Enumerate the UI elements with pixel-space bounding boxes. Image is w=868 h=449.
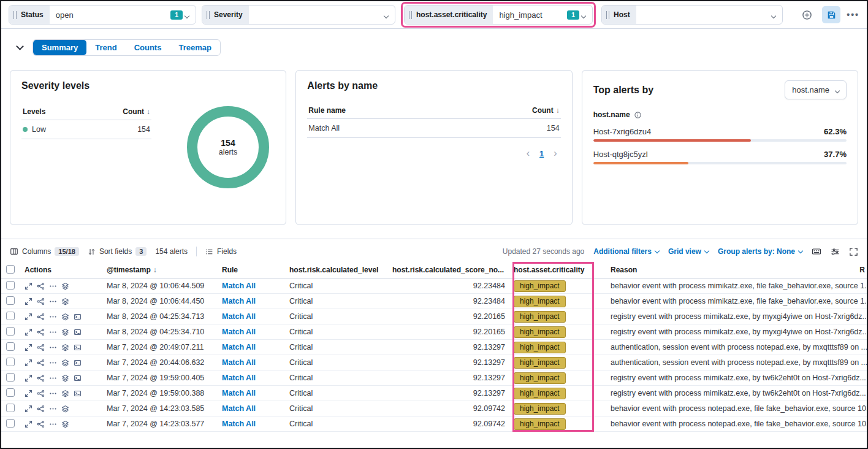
expand-alert-icon[interactable]	[25, 405, 32, 413]
analyze-event-icon[interactable]	[37, 390, 45, 397]
investigate-in-timeline-icon[interactable]	[61, 420, 69, 428]
rule-link[interactable]: Match All	[222, 358, 289, 367]
top-alert-bar-row[interactable]: Host-7xrig6dzu4 62.3%	[593, 127, 847, 142]
more-actions-icon[interactable]	[49, 405, 57, 413]
expand-alert-icon[interactable]	[25, 297, 32, 305]
chevron-down-icon[interactable]	[582, 9, 585, 20]
investigate-in-timeline-icon[interactable]	[61, 343, 69, 351]
more-actions-icon[interactable]	[49, 313, 57, 321]
rule-link[interactable]: Match All	[222, 404, 289, 413]
columns-button[interactable]: Columns 15/18	[10, 247, 79, 256]
more-actions-icon[interactable]	[49, 328, 57, 336]
investigate-in-timeline-icon[interactable]	[61, 405, 69, 413]
analyze-event-icon[interactable]	[37, 420, 45, 428]
row-checkbox[interactable]	[6, 342, 15, 351]
add-filter-button[interactable]	[798, 6, 816, 23]
open-session-view-icon[interactable]	[74, 374, 82, 382]
drag-handle-icon[interactable]	[409, 11, 412, 19]
more-options-button[interactable]: •••	[847, 10, 859, 20]
analyze-event-icon[interactable]	[37, 282, 45, 290]
row-checkbox[interactable]	[6, 312, 15, 320]
reason-cell[interactable]: behavior event with process notepad.exe,…	[611, 420, 867, 428]
investigate-in-timeline-icon[interactable]	[61, 328, 69, 336]
investigate-in-timeline-icon[interactable]	[61, 374, 69, 382]
expand-alert-icon[interactable]	[25, 313, 32, 321]
keyboard-shortcuts-button[interactable]	[812, 247, 821, 256]
analyze-event-icon[interactable]	[37, 313, 45, 321]
collapse-summary-chevron-icon[interactable]	[16, 42, 24, 50]
row-checkbox[interactable]	[6, 296, 15, 305]
more-actions-icon[interactable]	[49, 282, 57, 290]
reason-cell[interactable]: registry event with process mimikatz.exe…	[611, 389, 867, 397]
more-actions-icon[interactable]	[49, 297, 57, 305]
rule-link[interactable]: Match All	[222, 420, 289, 428]
fields-button[interactable]: Fields	[205, 247, 237, 256]
select-all-checkbox[interactable]	[6, 265, 15, 274]
chevron-down-icon[interactable]	[772, 9, 775, 20]
expand-alert-icon[interactable]	[25, 343, 32, 351]
tab-counts[interactable]: Counts	[126, 40, 170, 55]
top-alert-bar-row[interactable]: Host-qtg8jc5yzl 37.7%	[593, 150, 847, 164]
row-checkbox[interactable]	[6, 404, 15, 412]
sort-fields-button[interactable]: Sort fields 3	[88, 247, 147, 256]
row-checkbox[interactable]	[6, 373, 15, 382]
column-header-count[interactable]: Count↓	[532, 106, 560, 115]
drag-handle-icon[interactable]	[606, 11, 609, 19]
more-actions-icon[interactable]	[49, 420, 57, 428]
expand-alert-icon[interactable]	[25, 328, 32, 336]
rule-link[interactable]: Match All	[222, 374, 289, 382]
filter-pill-severity[interactable]: Severity	[202, 5, 395, 25]
expand-alert-icon[interactable]	[25, 420, 32, 428]
investigate-in-timeline-icon[interactable]	[61, 297, 69, 305]
rule-link[interactable]: Match All	[222, 389, 289, 397]
investigate-in-timeline-icon[interactable]	[61, 282, 69, 290]
more-actions-icon[interactable]	[49, 359, 57, 367]
more-actions-icon[interactable]	[49, 343, 57, 351]
reason-cell[interactable]: behavior event with process mimikatz.exe…	[611, 282, 867, 290]
reason-cell[interactable]: behavior event with process mimikatz.exe…	[611, 297, 867, 305]
row-checkbox[interactable]	[6, 358, 15, 366]
open-session-view-icon[interactable]	[74, 343, 82, 351]
expand-alert-icon[interactable]	[25, 374, 32, 382]
more-actions-icon[interactable]	[49, 390, 57, 397]
rule-link[interactable]: Match All	[222, 282, 289, 290]
tab-summary[interactable]: Summary	[33, 40, 86, 55]
save-query-button[interactable]	[822, 6, 840, 23]
drag-handle-icon[interactable]	[13, 11, 17, 19]
filter-pill-status[interactable]: Status open 1	[9, 5, 196, 25]
header-rule[interactable]: Rule	[222, 266, 289, 274]
drag-handle-icon[interactable]	[207, 11, 210, 19]
analyze-event-icon[interactable]	[37, 405, 45, 413]
expand-alert-icon[interactable]	[25, 282, 32, 290]
investigate-in-timeline-icon[interactable]	[61, 390, 69, 397]
rule-link[interactable]: Match All	[222, 297, 289, 305]
grid-settings-button[interactable]	[831, 247, 840, 256]
info-icon[interactable]	[634, 111, 642, 119]
rule-link[interactable]: Match All	[222, 328, 289, 336]
reason-cell[interactable]: registry event with process mimikatz.exe…	[611, 374, 867, 382]
fullscreen-button[interactable]	[849, 247, 858, 256]
header-criticality[interactable]: host.asset.criticality	[514, 266, 611, 274]
reason-cell[interactable]: authentication, session event with proce…	[611, 358, 867, 367]
reason-cell[interactable]: behavior event with process notepad.exe,…	[611, 404, 867, 413]
prev-page-icon[interactable]: ‹	[527, 148, 530, 159]
expand-alert-icon[interactable]	[25, 359, 32, 367]
open-session-view-icon[interactable]	[74, 328, 82, 336]
next-page-icon[interactable]: ›	[554, 148, 557, 159]
reason-cell[interactable]: authentication, session event with proce…	[611, 343, 867, 351]
header-risk-score[interactable]: host.risk.calculated_score_no...	[392, 266, 514, 274]
filter-pill-host[interactable]: Host	[601, 5, 783, 25]
row-checkbox[interactable]	[6, 327, 15, 336]
investigate-in-timeline-icon[interactable]	[61, 313, 69, 321]
header-risk-level[interactable]: host.risk.calculated_level	[289, 266, 392, 274]
open-session-view-icon[interactable]	[74, 390, 82, 397]
reason-cell[interactable]: registry event with process mimikatz.exe…	[611, 312, 867, 321]
top-alerts-field-select[interactable]: host.name	[785, 80, 847, 99]
chevron-down-icon[interactable]	[384, 9, 388, 20]
filter-pill-criticality[interactable]: host.asset.criticality high_impact 1	[404, 5, 593, 25]
grid-view-button[interactable]: Grid view	[668, 247, 709, 256]
row-checkbox[interactable]	[6, 388, 15, 397]
row-checkbox[interactable]	[6, 419, 15, 428]
rule-link[interactable]: Match All	[222, 312, 289, 321]
analyze-event-icon[interactable]	[37, 297, 45, 305]
